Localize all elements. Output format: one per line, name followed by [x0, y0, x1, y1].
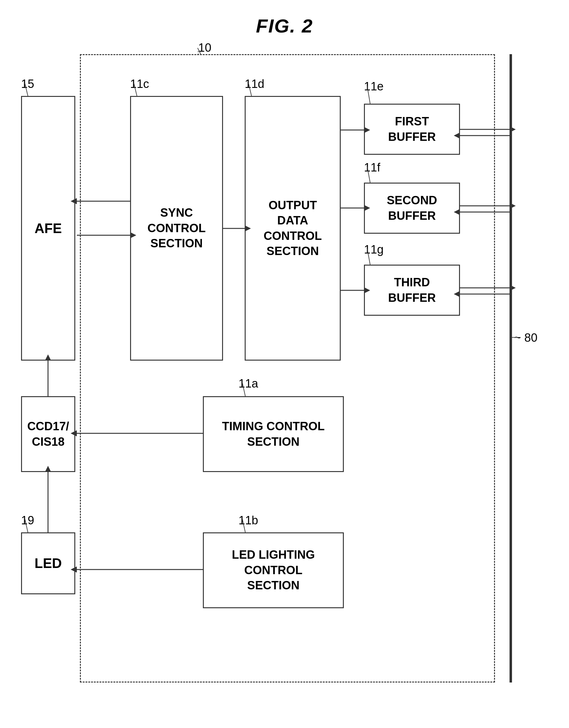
label-11e: 11e — [364, 80, 384, 93]
box-sync-control-section: SYNCCONTROLSECTION — [130, 96, 223, 361]
label-11g: 11g — [364, 243, 384, 256]
label-19: 19 — [21, 514, 34, 527]
label-11b: 11b — [238, 514, 258, 527]
box-output-data-control-section: OUTPUTDATACONTROLSECTION — [245, 96, 341, 361]
box-first-buffer: FIRSTBUFFER — [364, 104, 460, 155]
box-afe: AFE — [21, 96, 75, 361]
box-third-buffer: THIRDBUFFER — [364, 265, 460, 316]
label-80: ~ 80 — [514, 331, 537, 345]
box-timing-control-section: TIMING CONTROLSECTION — [203, 396, 344, 472]
box-led: LED — [21, 532, 75, 594]
figure-title: FIG. 2 — [256, 15, 313, 37]
label-11d: 11d — [245, 77, 264, 91]
label-11c: 11c — [130, 77, 149, 91]
label-10: 10 — [198, 41, 211, 54]
label-11f: 11f — [364, 161, 380, 174]
diagram-container: FIG. 2 10 ~ 80 15 AFE 11c SYNCCONTROLSEC… — [0, 0, 569, 728]
box-second-buffer: SECONDBUFFER — [364, 183, 460, 234]
box-led-lighting-control-section: LED LIGHTINGCONTROLSECTION — [203, 532, 344, 608]
box-ccd-cis: CCD17/CIS18 — [21, 396, 75, 472]
label-11a: 11a — [238, 377, 258, 390]
right-vertical-line — [510, 54, 512, 683]
label-15: 15 — [21, 77, 34, 91]
